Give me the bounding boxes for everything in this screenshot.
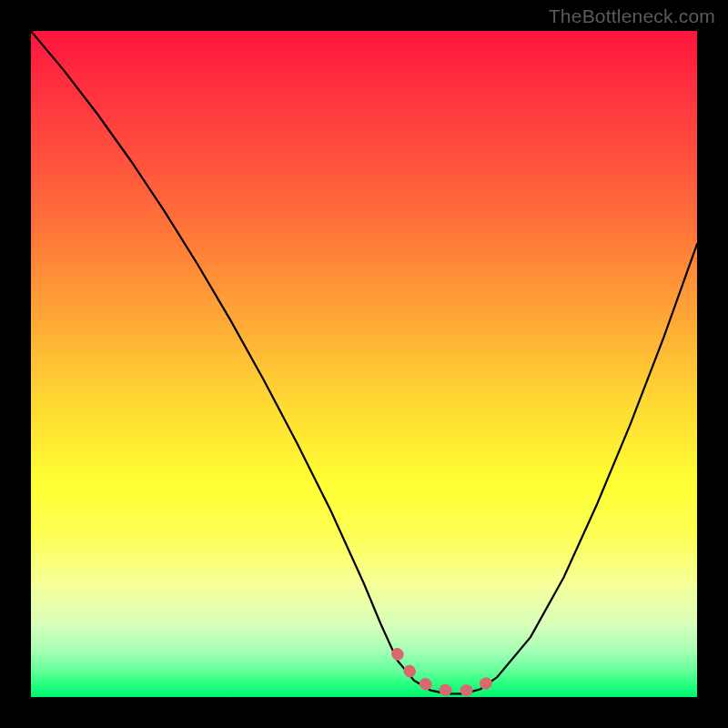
chart-container: TheBottleneck.com xyxy=(0,0,728,728)
attribution-text: TheBottleneck.com xyxy=(549,5,715,27)
main-curve xyxy=(31,31,697,693)
highlight-curve xyxy=(398,653,498,690)
plot-area xyxy=(31,31,697,697)
chart-svg xyxy=(31,31,697,697)
